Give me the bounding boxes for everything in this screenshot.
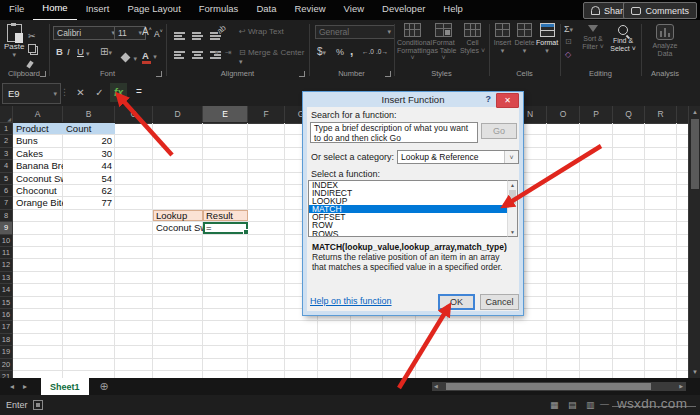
sheet-tab-sheet1[interactable]: Sheet1 bbox=[41, 378, 89, 395]
align-center-icon[interactable] bbox=[192, 51, 203, 60]
number-dialog-launcher[interactable] bbox=[385, 71, 391, 77]
function-list-item-offset[interactable]: OFFSET bbox=[309, 213, 517, 221]
cell-A6[interactable]: Choconut bbox=[13, 185, 63, 196]
tab-data[interactable]: Data bbox=[247, 0, 285, 19]
view-normal-icon[interactable]: ▦ bbox=[550, 400, 559, 410]
function-list-item-row[interactable]: ROW bbox=[309, 221, 517, 229]
macro-record-icon[interactable] bbox=[33, 400, 43, 410]
cell-D8[interactable]: Lookup bbox=[153, 210, 203, 221]
row-header-4[interactable]: 4 bbox=[0, 160, 13, 172]
tab-review[interactable]: Review bbox=[285, 0, 334, 19]
paste-button[interactable]: Paste ▾ bbox=[4, 24, 24, 59]
view-page-break-icon[interactable]: ▥ bbox=[586, 400, 595, 410]
row-header-14[interactable]: 14 bbox=[0, 284, 13, 296]
chevron-down-icon[interactable]: ˅ bbox=[504, 151, 518, 163]
row-header-17[interactable]: 17 bbox=[0, 321, 13, 333]
font-dialog-launcher[interactable] bbox=[156, 71, 162, 77]
decrease-indent-icon[interactable]: ⇤ bbox=[215, 48, 222, 57]
align-left-icon[interactable] bbox=[174, 51, 185, 60]
wrap-text-button[interactable]: ↩ Wrap Text bbox=[239, 27, 284, 36]
format-cells-button[interactable]: Format▾ bbox=[536, 23, 558, 54]
row-header-2[interactable]: 2 bbox=[0, 135, 13, 147]
fill-color-button[interactable]: ▾ bbox=[122, 47, 137, 65]
scroll-right-icon[interactable]: ▶ bbox=[679, 383, 683, 389]
category-select[interactable]: Lookup & Reference ˅ bbox=[397, 150, 519, 164]
list-scroll-thumb[interactable] bbox=[509, 190, 516, 204]
shrink-font-button[interactable]: A˅ bbox=[154, 28, 163, 39]
cell-B7[interactable]: 77 bbox=[63, 197, 115, 208]
row-header-18[interactable]: 18 bbox=[0, 334, 13, 346]
cell-B6[interactable]: 62 bbox=[63, 185, 115, 196]
cell-D9[interactable]: Coconut Swirl bbox=[153, 222, 203, 233]
number-format-select[interactable]: General▾ bbox=[315, 25, 395, 39]
column-header-A[interactable]: A bbox=[13, 106, 63, 122]
increase-indent-icon[interactable]: ⇥ bbox=[225, 48, 232, 57]
scroll-down-icon[interactable]: ▼ bbox=[689, 366, 700, 378]
conditional-formatting-button[interactable]: Conditional Formatting ˅ bbox=[397, 23, 428, 62]
underline-dropdown[interactable]: ▾ bbox=[86, 50, 90, 58]
scroll-up-icon[interactable]: ▲ bbox=[689, 106, 700, 118]
column-header-B[interactable]: B bbox=[63, 106, 115, 122]
row-header-12[interactable]: 12 bbox=[0, 259, 13, 271]
row-header-3[interactable]: 3 bbox=[0, 148, 13, 160]
vertical-scroll-thumb[interactable] bbox=[691, 119, 699, 189]
clipboard-dialog-launcher[interactable] bbox=[40, 71, 46, 77]
row-header-16[interactable]: 16 bbox=[0, 309, 13, 321]
accounting-format-button[interactable]: $▾ bbox=[317, 46, 326, 57]
row-header-9[interactable]: 9 bbox=[0, 222, 13, 234]
clear-button[interactable]: ◇ bbox=[565, 50, 571, 59]
column-header-O[interactable]: O bbox=[547, 106, 580, 122]
row-header-13[interactable]: 13 bbox=[0, 272, 13, 284]
tab-help[interactable]: Help bbox=[434, 0, 472, 19]
scroll-left-icon[interactable]: ◀ bbox=[434, 383, 438, 389]
row-header-15[interactable]: 15 bbox=[0, 297, 13, 309]
cancel-button[interactable]: ✕ bbox=[72, 83, 89, 102]
cell-A7[interactable]: Orange Bites bbox=[13, 197, 63, 208]
grow-font-button[interactable]: A˄ bbox=[142, 26, 152, 37]
decrease-decimal-button[interactable]: .0→ bbox=[376, 48, 388, 55]
zoom-out-icon[interactable]: — bbox=[600, 399, 609, 409]
row-header-8[interactable]: 8 bbox=[0, 210, 13, 222]
selected-cell-E9[interactable]: = bbox=[203, 222, 248, 233]
sheet-nav-right-icon[interactable]: ▸ bbox=[23, 382, 27, 391]
cell-A5[interactable]: Coconut Swirl bbox=[13, 173, 63, 184]
tab-view[interactable]: View bbox=[335, 0, 373, 19]
select-all-corner[interactable]: ◢ bbox=[0, 106, 13, 123]
format-as-table-button[interactable]: Format as Table ˅ bbox=[429, 23, 458, 62]
tab-insert[interactable]: Insert bbox=[77, 0, 119, 19]
bold-button[interactable]: B bbox=[56, 46, 63, 57]
find-select-button[interactable]: Find & Select ˅ bbox=[609, 25, 637, 52]
merge-center-button[interactable]: ⊟ Merge & Center ▾ bbox=[239, 48, 308, 66]
cell-B2[interactable]: 20 bbox=[63, 135, 115, 146]
cell-B4[interactable]: 44 bbox=[63, 160, 115, 171]
delete-cells-button[interactable]: Delete▾ bbox=[514, 23, 535, 54]
tab-developer[interactable]: Developer bbox=[373, 0, 434, 19]
dialog-close-button[interactable]: ✕ bbox=[496, 93, 519, 108]
cell-E8[interactable]: Result bbox=[203, 210, 248, 221]
underline-button[interactable]: U bbox=[77, 46, 84, 57]
fill-handle[interactable] bbox=[243, 229, 248, 234]
row-header-20[interactable]: 20 bbox=[0, 359, 13, 371]
row-header-10[interactable]: 10 bbox=[0, 235, 13, 247]
insert-cells-button[interactable]: Insert▾ bbox=[492, 23, 513, 54]
cell-A3[interactable]: Cakes bbox=[13, 148, 63, 159]
row-header-1[interactable]: 1 bbox=[0, 123, 13, 135]
increase-decimal-button[interactable]: ←.0 bbox=[362, 48, 374, 55]
cell-B1[interactable]: Count bbox=[63, 123, 115, 134]
fill-button[interactable]: ⊡ bbox=[565, 37, 572, 46]
row-header-5[interactable]: 5 bbox=[0, 173, 13, 185]
tab-formulas[interactable]: Formulas bbox=[190, 0, 248, 19]
column-header-D[interactable]: D bbox=[153, 106, 203, 122]
analyze-data-button[interactable]: Analyze Data bbox=[646, 24, 684, 57]
cancel-button[interactable]: Cancel bbox=[480, 294, 519, 310]
insert-function-button[interactable]: fx bbox=[110, 83, 127, 102]
row-header-6[interactable]: 6 bbox=[0, 185, 13, 197]
cell-B3[interactable]: 30 bbox=[63, 148, 115, 159]
align-top-icon[interactable] bbox=[174, 32, 185, 41]
column-header-E[interactable]: E bbox=[203, 106, 248, 122]
cell-A2[interactable]: Buns bbox=[13, 135, 63, 146]
search-input[interactable]: Type a brief description of what you wan… bbox=[310, 122, 478, 143]
row-header-21[interactable]: 21 bbox=[0, 371, 13, 378]
view-page-layout-icon[interactable]: ▤ bbox=[568, 400, 577, 410]
comments-button[interactable]: Comments bbox=[623, 2, 697, 19]
